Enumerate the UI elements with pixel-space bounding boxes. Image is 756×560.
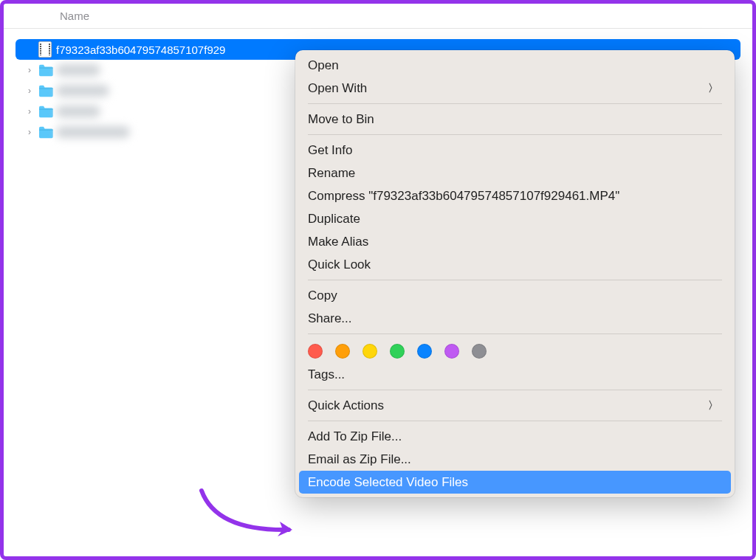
menu-item[interactable]: Quick Look bbox=[295, 253, 735, 276]
folder-icon bbox=[37, 103, 53, 120]
tag-color-row bbox=[295, 338, 735, 363]
menu-label: Add To Zip File... bbox=[308, 429, 402, 444]
menu-separator bbox=[308, 134, 722, 135]
menu-item-quick-actions[interactable]: Quick Actions 〉 bbox=[295, 394, 735, 417]
tag-color-dot[interactable] bbox=[472, 344, 487, 359]
folder-icon bbox=[37, 83, 53, 99]
menu-label: Open With bbox=[308, 81, 367, 96]
file-name-redacted bbox=[56, 85, 109, 97]
menu-item[interactable]: Make Alias bbox=[295, 230, 735, 253]
menu-label: Rename bbox=[308, 166, 355, 181]
disclosure-triangle-icon[interactable]: › bbox=[25, 106, 34, 117]
tag-color-dot[interactable] bbox=[335, 344, 350, 359]
disclosure-triangle-icon[interactable]: › bbox=[25, 65, 34, 75]
menu-item[interactable]: Copy bbox=[295, 284, 735, 307]
menu-separator bbox=[308, 333, 722, 334]
menu-label: Tags... bbox=[308, 367, 345, 382]
tag-color-dot[interactable] bbox=[390, 344, 405, 359]
menu-item[interactable]: Share... bbox=[295, 307, 735, 330]
menu-separator bbox=[308, 421, 722, 421]
menu-label: Compress "f79323af33b60479574857107f9294… bbox=[308, 189, 619, 204]
chevron-right-icon: 〉 bbox=[708, 82, 718, 95]
column-header[interactable]: Name bbox=[4, 4, 752, 29]
menu-label: Move to Bin bbox=[308, 112, 374, 127]
menu-item[interactable]: Move to Bin bbox=[295, 108, 735, 131]
menu-item[interactable]: Duplicate bbox=[295, 207, 735, 230]
menu-item-encode-video[interactable]: Encode Selected Video Files bbox=[299, 471, 731, 494]
menu-separator bbox=[308, 390, 722, 390]
menu-item[interactable]: Add To Zip File... bbox=[295, 425, 735, 448]
annotation-arrow bbox=[194, 487, 309, 545]
tag-color-dot[interactable] bbox=[444, 344, 459, 359]
file-name-redacted bbox=[56, 64, 100, 76]
menu-label: Duplicate bbox=[308, 212, 360, 227]
menu-item[interactable]: Open bbox=[295, 54, 735, 77]
menu-label: Encode Selected Video Files bbox=[308, 475, 468, 490]
file-name: f79323af33b60479574857107f929 bbox=[56, 44, 225, 56]
menu-label: Email as Zip File... bbox=[308, 452, 411, 467]
menu-label: Open bbox=[308, 58, 339, 73]
file-name-redacted bbox=[56, 126, 130, 138]
menu-label: Make Alias bbox=[308, 235, 368, 249]
disclosure-triangle-icon[interactable]: › bbox=[25, 127, 34, 137]
menu-separator bbox=[308, 280, 722, 280]
menu-item[interactable]: Email as Zip File... bbox=[295, 448, 735, 471]
menu-label: Quick Look bbox=[308, 257, 371, 272]
menu-label: Quick Actions bbox=[308, 398, 384, 413]
menu-item-tags[interactable]: Tags... bbox=[295, 363, 735, 386]
video-file-icon bbox=[37, 41, 53, 58]
file-name-redacted bbox=[56, 106, 100, 117]
tag-color-dot[interactable] bbox=[308, 344, 323, 359]
disclosure-triangle-icon[interactable]: › bbox=[25, 86, 34, 96]
context-menu: OpenOpen With〉Move to BinGet InfoRenameC… bbox=[295, 50, 735, 497]
menu-label: Get Info bbox=[308, 143, 352, 158]
menu-item[interactable]: Compress "f79323af33b60479574857107f9294… bbox=[295, 184, 735, 207]
chevron-right-icon: 〉 bbox=[708, 399, 718, 412]
menu-label: Copy bbox=[308, 288, 337, 303]
menu-item[interactable]: Get Info bbox=[295, 139, 735, 162]
menu-item[interactable]: Rename bbox=[295, 162, 735, 184]
name-column-header[interactable]: Name bbox=[60, 10, 89, 22]
folder-icon bbox=[37, 124, 53, 140]
folder-icon bbox=[37, 62, 53, 78]
menu-separator bbox=[308, 103, 722, 104]
menu-label: Share... bbox=[308, 311, 352, 326]
tag-color-dot[interactable] bbox=[417, 344, 432, 359]
tag-color-dot[interactable] bbox=[362, 344, 377, 359]
menu-item[interactable]: Open With〉 bbox=[295, 77, 735, 100]
